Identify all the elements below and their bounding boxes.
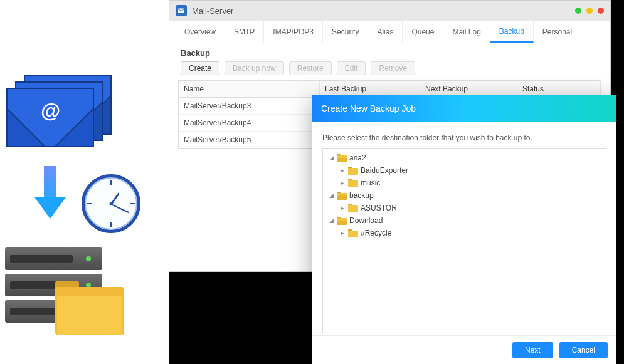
tab-alias[interactable]: Alias [368, 21, 403, 43]
tab-security[interactable]: Security [323, 21, 368, 43]
dialog-prompt: Please select the destination folder tha… [322, 133, 606, 142]
restore-button[interactable]: Restore [289, 61, 332, 75]
folder-baiduexporter[interactable]: ▸ BaiduExporter [324, 164, 605, 177]
folder-icon [348, 204, 358, 212]
col-name[interactable]: Name [179, 81, 320, 97]
create-backup-dialog: Create New Backup Job Please select the … [312, 95, 616, 364]
create-button[interactable]: Create [181, 61, 219, 75]
tab-overview[interactable]: Overview [176, 21, 225, 43]
dialog-footer: Next Cancel [312, 335, 616, 364]
tab-queue[interactable]: Queue [403, 21, 443, 43]
folder-label: ASUSTOR [361, 204, 397, 212]
chevron-right-icon[interactable]: ▸ [339, 205, 346, 211]
folder-icon [348, 179, 358, 187]
row-name: MailServer/Backup4 [179, 115, 320, 131]
minimize-button[interactable] [575, 8, 581, 14]
maximize-button[interactable] [586, 8, 593, 14]
folder-label: #Recycle [361, 229, 391, 237]
illustration: @ [0, 75, 157, 363]
folder-icon [337, 217, 347, 225]
backup-toolbar: Create Back up now Restore Edit Remove [178, 61, 601, 80]
folder-label: Download [349, 216, 383, 225]
chevron-right-icon[interactable]: ▸ [339, 180, 346, 186]
chevron-right-icon[interactable]: ▸ [339, 167, 346, 174]
clock-icon [82, 174, 140, 233]
backup-now-button[interactable]: Back up now [225, 61, 284, 75]
folder-label: aria2 [349, 153, 366, 162]
app-icon [176, 5, 187, 16]
tab-imap-pop3[interactable]: IMAP/POP3 [264, 21, 323, 43]
next-button[interactable]: Next [512, 342, 553, 358]
tab-bar: Overview SMTP IMAP/POP3 Security Alias Q… [169, 21, 610, 43]
chevron-down-icon[interactable]: ◢ [328, 217, 334, 224]
window-controls [575, 8, 604, 14]
folder-backup[interactable]: ◢ backup [324, 189, 605, 202]
folder-asustor[interactable]: ▸ ASUSTOR [324, 202, 605, 214]
panel-title: Backup [178, 48, 601, 61]
tab-mail-log[interactable]: Mail Log [443, 21, 490, 43]
row-name: MailServer/Backup5 [179, 132, 320, 148]
window-title: Mail-Server [192, 6, 233, 16]
folder-icon [348, 167, 358, 175]
close-button[interactable] [598, 8, 604, 14]
folder-recycle[interactable]: ▸ #Recycle [324, 227, 605, 239]
dialog-body: Please select the destination folder tha… [312, 122, 616, 335]
remove-button[interactable]: Remove [371, 61, 415, 75]
folder-large-icon [55, 281, 124, 335]
folder-label: BaiduExporter [361, 166, 408, 175]
row-name: MailServer/Backup3 [179, 98, 320, 114]
arrow-down-icon [34, 166, 66, 222]
tab-smtp[interactable]: SMTP [225, 21, 264, 43]
dialog-title: Create New Backup Job [312, 95, 616, 122]
titlebar: Mail-Server [169, 1, 610, 21]
chevron-down-icon[interactable]: ◢ [328, 192, 334, 199]
folder-icon [337, 192, 347, 200]
envelope-stack-icon: @ [6, 75, 119, 147]
folder-aria2[interactable]: ◢ aria2 [324, 152, 605, 164]
folder-icon [348, 229, 358, 237]
folder-icon [337, 154, 347, 162]
folder-label: music [361, 179, 380, 187]
tab-backup[interactable]: Backup [490, 21, 534, 43]
folder-label: backup [349, 191, 374, 200]
folder-download[interactable]: ◢ Download [324, 214, 605, 227]
cancel-button[interactable]: Cancel [559, 342, 608, 358]
chevron-down-icon[interactable]: ◢ [328, 155, 334, 161]
chevron-right-icon[interactable]: ▸ [339, 230, 346, 236]
edit-button[interactable]: Edit [337, 61, 366, 75]
folder-tree[interactable]: ◢ aria2 ▸ BaiduExporter ▸ music ◢ backup… [322, 148, 606, 333]
folder-music[interactable]: ▸ music [324, 177, 605, 189]
tab-personal[interactable]: Personal [534, 21, 581, 43]
